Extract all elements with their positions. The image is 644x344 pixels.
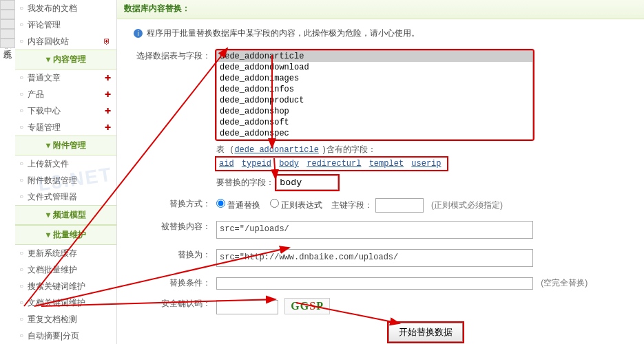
main-panel: 数据库内容替换： i程序用于批量替换数据库中某字段的内容，此操作极为危险，请小心…: [117, 0, 644, 344]
plus-icon: ✚: [105, 89, 111, 100]
sidebar-item-product[interactable]: 产品✚: [15, 86, 116, 103]
info-icon: i: [134, 29, 143, 38]
table-option[interactable]: dede_addoninfos: [217, 84, 532, 95]
sidebar-item-file-manager[interactable]: 文件式管理器: [15, 189, 116, 205]
radio-regex[interactable]: [270, 199, 279, 208]
sidebar-item-recycle[interactable]: 内容回收站⛨: [15, 33, 116, 50]
fields-line: 表 (dede_addonarticle)含有的字段：: [216, 144, 634, 155]
field-link[interactable]: typeid: [242, 159, 271, 169]
vtab-system[interactable]: 系统: [0, 39, 15, 48]
sidebar-item-mydocs[interactable]: 我发布的文档: [15, 0, 116, 17]
field-link[interactable]: redirecturl: [307, 159, 361, 169]
table-option[interactable]: dede_addonarticle: [217, 51, 532, 62]
sidebar-group-channel[interactable]: ▾频道模型: [15, 205, 116, 225]
replace-from-textarea[interactable]: [216, 221, 533, 239]
selected-table-name[interactable]: dede_addonarticle: [234, 145, 318, 155]
table-option[interactable]: dede_addonspec: [217, 128, 532, 139]
fields-list: aid typeid body redirecturl templet user…: [216, 158, 447, 170]
radio-normal-label[interactable]: 普通替换: [216, 200, 260, 210]
plus-icon: ✚: [105, 105, 111, 116]
field-link[interactable]: templet: [369, 159, 404, 169]
sidebar-group-batch[interactable]: ▾批量维护: [15, 225, 116, 245]
plus-icon: ✚: [105, 122, 111, 133]
label-captcha: 安全确认码：: [124, 294, 214, 319]
table-select[interactable]: dede_addonarticledede_addondownloaddede_…: [216, 50, 533, 140]
sidebar-group-content[interactable]: ▾内容管理: [15, 50, 116, 69]
sidebar-item-comments[interactable]: 评论管理: [15, 17, 116, 33]
sidebar-item-article[interactable]: 普通文章✚: [15, 69, 116, 86]
vtab-member[interactable]: 会员: [0, 19, 15, 29]
field-link[interactable]: body: [279, 159, 299, 169]
replace-to-textarea[interactable]: [216, 249, 533, 267]
label-mode: 替换方式：: [124, 194, 214, 217]
main-field-input[interactable]: [375, 198, 424, 213]
sidebar-item-search-kw[interactable]: 搜索关键词维护: [15, 278, 116, 294]
sidebar-item-cache[interactable]: 更新系统缓存: [15, 245, 116, 261]
sidebar-item-topic[interactable]: 专题管理✚: [15, 119, 116, 136]
condition-input[interactable]: [216, 277, 533, 290]
condition-hint: (空完全替换): [541, 278, 588, 288]
table-option[interactable]: dede_addonshop: [217, 106, 532, 117]
sidebar-item-download[interactable]: 下载中心✚: [15, 103, 116, 119]
sidebar-item-upload[interactable]: 上传新文件: [15, 155, 116, 172]
page-title: 数据库内容替换：: [117, 0, 644, 19]
label-to: 替换为：: [124, 245, 214, 273]
label-from: 被替换内容：: [124, 217, 214, 245]
table-option[interactable]: dede_admin: [217, 139, 532, 140]
vtab-collect[interactable]: 采集: [0, 10, 15, 19]
field-input[interactable]: [276, 175, 338, 190]
sidebar: 我发布的文档 评论管理 内容回收站⛨ ▾内容管理 普通文章✚ 产品✚ 下载中心✚…: [15, 0, 117, 344]
table-option[interactable]: dede_addonsoft: [217, 117, 532, 128]
label-field-to-replace: 要替换的字段：: [216, 178, 274, 187]
captcha-image[interactable]: GGSP: [284, 298, 330, 314]
radio-regex-label[interactable]: 正则表达式: [270, 200, 322, 210]
radio-normal[interactable]: [216, 199, 225, 208]
chevron-down-icon: ▾: [46, 210, 50, 219]
label-select-table: 选择数据表与字段：: [124, 46, 214, 194]
sidebar-item-doc-batch[interactable]: 文档批量维护: [15, 261, 116, 278]
vtab-template[interactable]: 模板: [0, 29, 15, 39]
chevron-down-icon: ▾: [46, 140, 50, 150]
label-main-field: 主键字段：: [331, 200, 373, 210]
vtab-generate[interactable]: 生成: [0, 0, 15, 10]
shield-icon: ⛨: [103, 36, 111, 47]
field-link[interactable]: aid: [219, 159, 234, 169]
regex-hint: (正则模式必须指定): [431, 200, 503, 210]
vertical-tab-bar: 生成 采集 会员 模板 系统: [0, 0, 15, 48]
label-condition: 替换条件：: [124, 273, 214, 294]
sidebar-item-doc-kw[interactable]: 文档关键词维护: [15, 294, 116, 311]
field-link[interactable]: userip: [411, 159, 441, 169]
sidebar-group-attach[interactable]: ▾附件管理: [15, 136, 116, 155]
chevron-down-icon: ▾: [46, 230, 50, 239]
warning-text: i程序用于批量替换数据库中某字段的内容，此操作极为危险，请小心使用。: [124, 25, 637, 46]
chevron-down-icon: ▾: [46, 54, 50, 64]
captcha-input[interactable]: [216, 300, 278, 314]
table-option[interactable]: dede_addondownload: [217, 62, 532, 73]
sidebar-item-dup[interactable]: 重复文档检测: [15, 311, 116, 327]
table-option[interactable]: dede_addonimages: [217, 73, 532, 84]
submit-button[interactable]: 开始替换数据: [388, 323, 463, 342]
table-option[interactable]: dede_addonproduct: [217, 95, 532, 106]
sidebar-item-summary[interactable]: 自动摘要|分页: [15, 327, 116, 344]
plus-icon: ✚: [105, 72, 111, 83]
sidebar-item-attach-data[interactable]: 附件数据管理: [15, 172, 116, 189]
